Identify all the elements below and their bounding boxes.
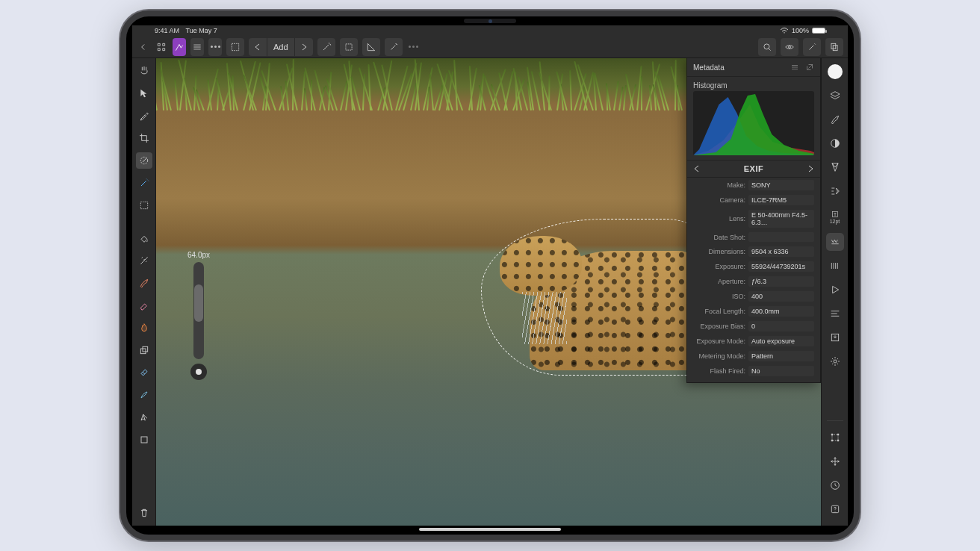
move-tool[interactable] [136,85,152,102]
wifi-icon [780,27,789,34]
paint-brush-tool[interactable] [136,275,152,291]
color-studio[interactable] [826,63,844,81]
more-button[interactable] [208,38,222,56]
delete-button[interactable] [136,505,152,521]
battery-icon [812,28,825,34]
history-add[interactable]: Add [267,38,294,56]
document-menu-button[interactable] [825,38,843,56]
svg-rect-10 [141,437,147,443]
refine-button[interactable] [385,38,403,56]
exif-row: Exposure:55924/44739201s [687,259,820,274]
exif-label: EXIF [744,164,763,173]
channels-studio[interactable] [826,257,844,275]
help-button[interactable] [826,500,844,518]
history-studio[interactable] [826,305,844,323]
macros-studio[interactable] [826,281,844,299]
exif-row: Camera:ILCE-7RM5 [687,193,820,208]
panel-menu-icon[interactable] [790,63,799,72]
back-button[interactable] [137,38,150,56]
preview-button[interactable] [781,38,798,56]
clone-tool[interactable] [136,342,152,358]
history-prev[interactable] [249,38,267,56]
panel-popout-icon[interactable] [805,63,814,72]
svg-rect-15 [832,435,838,441]
status-left: 9:41 AM Tue May 7 [155,27,217,34]
brush-size-slider[interactable] [193,262,204,359]
preferences-button[interactable] [826,352,844,370]
shape-tool[interactable] [136,432,152,448]
transform-studio[interactable] [826,429,844,446]
color-picker-tool[interactable] [136,108,152,124]
grid-icon[interactable] [155,38,168,56]
history-next[interactable] [294,38,313,56]
home-indicator[interactable] [419,528,561,531]
quickmask-button[interactable] [758,38,776,56]
overflow-icon[interactable] [407,38,421,56]
exif-prev[interactable] [693,165,701,172]
selection-new-button[interactable] [226,38,244,56]
exif-row: Make:SONY [687,178,820,193]
brushes-studio[interactable] [826,110,844,128]
svg-rect-5 [833,45,837,50]
histogram-label: Histogram [687,77,820,91]
histogram[interactable] [693,91,814,155]
export-studio[interactable] [826,329,844,346]
effects-studio[interactable] [826,182,844,200]
metadata-title: Metadata [693,63,725,72]
selection-brush-tool[interactable] [136,152,152,169]
crop-tool[interactable] [136,130,152,146]
brush-size-osd: 64.0px [187,251,210,380]
gradient-tool[interactable] [136,252,152,269]
burn-tool[interactable] [136,320,152,336]
app-screen: 9:41 AM Tue May 7 100% Add [132,25,848,526]
healing-tool[interactable] [136,364,152,381]
svg-point-17 [837,434,839,435]
right-studio-rail: 12pt [821,58,848,526]
assistant-button[interactable] [803,38,821,56]
exif-row: Dimensions:9504 x 6336 [687,244,820,259]
svg-point-16 [831,434,833,435]
svg-point-19 [837,440,839,441]
brush-preview-icon[interactable] [190,364,207,380]
metadata-studio[interactable] [826,233,844,251]
canvas[interactable]: 64.0px Metadata Histogram [156,58,848,526]
magic-wand-button[interactable] [317,38,335,56]
history-nav: Add [249,38,313,56]
selection-marquee [477,215,709,379]
marquee-button[interactable] [340,38,358,56]
erase-tool[interactable] [136,297,152,314]
exif-row: Date Shot: [687,230,820,244]
status-time: 9:41 AM [155,27,179,34]
snapping-button[interactable] [362,38,380,56]
left-tool-rail [132,58,156,526]
layers-studio[interactable] [826,87,844,105]
top-toolbar: Add [132,36,848,58]
svg-rect-1 [345,43,351,49]
svg-point-3 [789,46,791,48]
battery-text: 100% [792,27,809,34]
exif-row: Focal Length:400.0mm [687,304,820,319]
exif-next[interactable] [807,165,814,172]
rect-marquee-tool[interactable] [136,197,152,214]
exif-row: Lens:E 50-400mm F4.5-6.3… [687,208,820,230]
text-studio[interactable]: 12pt [826,206,844,227]
clock-button[interactable] [826,476,844,494]
adjustments-studio[interactable] [826,134,844,152]
auto-select-tool[interactable] [136,175,152,191]
stock-studio[interactable] [826,158,844,176]
pen-tool[interactable] [136,409,152,426]
hamburger-menu-icon[interactable] [190,38,204,56]
text-size-label: 12pt [830,219,840,224]
navigator-studio[interactable] [826,452,844,470]
exif-row: Metering Mode:Pattern [687,349,820,364]
exif-row: Flash Fired:No [687,364,820,382]
app-persona-photo[interactable] [173,38,186,56]
svg-rect-9 [143,346,148,352]
status-bar: 9:41 AM Tue May 7 100% [132,25,848,36]
camera-notch [464,19,516,23]
brush-size-label: 64.0px [187,251,210,259]
metadata-header: Metadata [687,58,820,77]
flood-fill-tool[interactable] [136,230,152,246]
smudge-tool[interactable] [136,387,152,403]
view-tool[interactable] [136,63,152,79]
